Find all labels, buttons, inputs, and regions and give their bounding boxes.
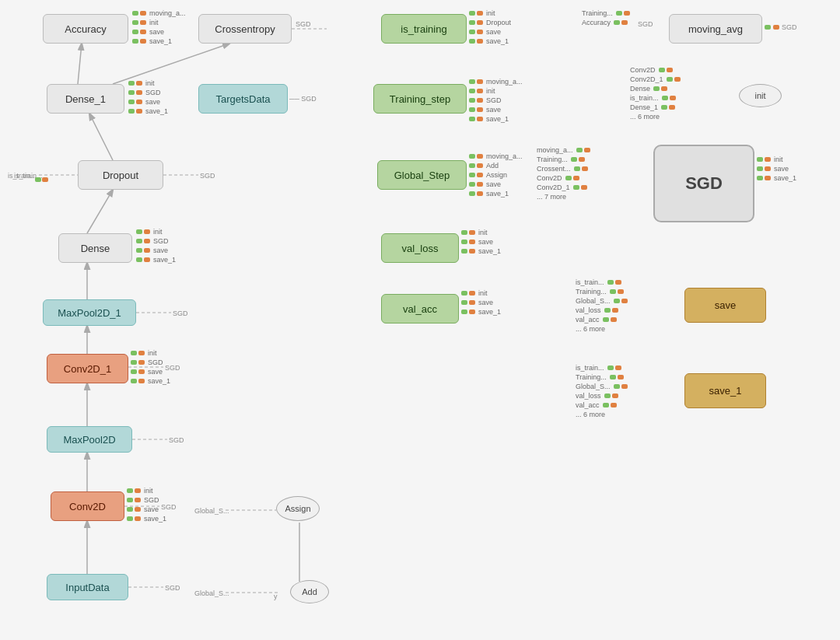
conv2d1-node[interactable]: Conv2D_1: [47, 354, 128, 383]
dense-label: Dense: [81, 243, 110, 254]
istraining-dropout-port: [35, 177, 48, 182]
dense1-ports: init SGD save save_1: [128, 79, 168, 115]
maxpool2d1-label: MaxPool2D_1: [58, 307, 121, 319]
svg-line-5: [87, 190, 113, 233]
graph-canvas: is_train... SGD SGD SGD SGD SGD SGD SGD …: [0, 0, 840, 640]
save-node[interactable]: save: [684, 288, 766, 323]
save1-label: save_1: [709, 385, 742, 397]
trainingstep-node[interactable]: Training_step: [373, 84, 467, 114]
istraining-ports: init Dropout save save_1: [469, 9, 511, 45]
globalstep-ports: moving_a... Add Assign save save_1: [469, 152, 523, 198]
svg-text:SGD: SGD: [173, 310, 188, 317]
svg-line-6: [89, 114, 113, 160]
init-ellipse[interactable]: init: [739, 84, 782, 107]
movingavg-sgd: SGD: [765, 23, 797, 31]
svg-line-7: [78, 44, 82, 84]
dense1-node[interactable]: Dense_1: [47, 84, 124, 114]
istraining-label: is_training: [401, 23, 446, 35]
targetsdata-node[interactable]: TargetsData: [198, 84, 288, 114]
trainingstep-ports: moving_a... init SGD save save_1: [469, 78, 523, 123]
save1-node[interactable]: save_1: [684, 373, 766, 408]
inputdata-node[interactable]: InputData: [47, 574, 128, 600]
save-label: save: [715, 299, 736, 311]
conv2d1-ports: init SGD save save_1: [131, 349, 170, 385]
dense-node[interactable]: Dense: [58, 233, 132, 263]
accuracy-ports: moving_a... init save save_1: [132, 9, 186, 45]
valloss-node[interactable]: val_loss: [381, 233, 459, 263]
svg-text:Global_S...: Global_S...: [194, 507, 229, 515]
valacc-label: val_acc: [403, 303, 437, 315]
globalstep-label: Global_Step: [394, 170, 450, 181]
dense-ports: init SGD save save_1: [136, 228, 176, 264]
movingavg-left-ports: Training... Accuracy: [582, 9, 630, 26]
dropout-label: Dropout: [103, 170, 138, 181]
dense1-label: Dense_1: [65, 93, 106, 105]
valloss-label: val_loss: [402, 243, 439, 254]
sgd-node[interactable]: SGD: [653, 145, 754, 222]
svg-text:SGD: SGD: [169, 436, 184, 444]
accuracy-node[interactable]: Accuracy: [43, 14, 128, 44]
sgd-left-ports: moving_a... Training... Crossent... Conv…: [537, 146, 590, 201]
globalstep-node[interactable]: Global_Step: [377, 160, 467, 190]
crossentropy-node[interactable]: Crossentropy: [198, 14, 292, 44]
svg-text:SGD: SGD: [638, 20, 653, 28]
inputdata-label: InputData: [65, 582, 109, 593]
maxpool2d-node[interactable]: MaxPool2D: [47, 426, 132, 453]
istraining-node[interactable]: is_training: [381, 14, 467, 44]
dropout-node[interactable]: Dropout: [78, 160, 163, 190]
sgd-right-ports: init save save_1: [757, 156, 796, 182]
assign-label: Assign: [285, 504, 310, 513]
maxpool2d1-node[interactable]: MaxPool2D_1: [43, 299, 136, 326]
movingavg-node[interactable]: moving_avg: [669, 14, 762, 44]
valacc-node[interactable]: val_acc: [381, 294, 459, 323]
init-left-ports: Conv2D Conv2D_1 Dense is_train... Dense_…: [630, 66, 681, 121]
svg-text:SGD: SGD: [200, 172, 215, 180]
svg-line-8: [113, 44, 229, 84]
conv2d-node[interactable]: Conv2D: [51, 491, 124, 521]
svg-text:y: y: [274, 593, 278, 600]
save1-left-ports: is_train... Training... Global_S... val_…: [576, 364, 628, 418]
conv2d-ports: init SGD save save_1: [127, 487, 166, 523]
valacc-ports: init save save_1: [461, 289, 501, 316]
init-label: init: [754, 91, 765, 100]
targetsdata-label: TargetsData: [215, 93, 270, 105]
crossentropy-label: Crossentropy: [215, 23, 275, 35]
sgd-label: SGD: [685, 173, 723, 194]
svg-text:SGD: SGD: [165, 584, 180, 592]
conv2d-label: Conv2D: [69, 501, 106, 512]
add-ellipse[interactable]: Add: [290, 580, 329, 603]
maxpool2d-label: MaxPool2D: [63, 434, 115, 446]
accuracy-label: Accuracy: [65, 23, 106, 35]
assign-ellipse[interactable]: Assign: [276, 496, 320, 521]
add-label: Add: [302, 587, 317, 596]
targetsdata-sgd-label: ── SGD: [289, 95, 317, 103]
trainingstep-label: Training_step: [390, 93, 450, 105]
save-left-ports: is_train... Training... Global_S... val_…: [576, 278, 628, 333]
svg-text:Global_S...: Global_S...: [194, 589, 229, 597]
svg-text:SGD: SGD: [296, 20, 311, 28]
movingavg-label: moving_avg: [688, 23, 743, 35]
conv2d1-label: Conv2D_1: [64, 363, 111, 375]
valloss-ports: init save save_1: [461, 229, 501, 255]
